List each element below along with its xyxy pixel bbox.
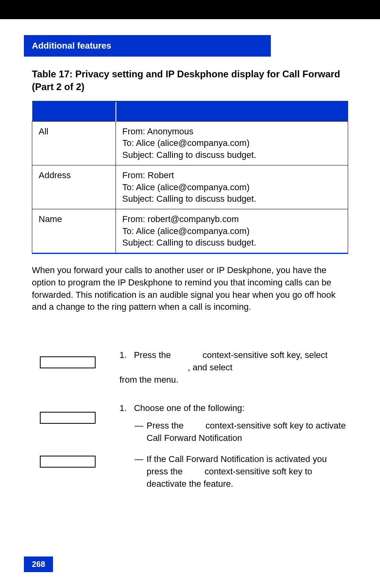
step-number: 1. xyxy=(119,402,131,415)
row-label: Name xyxy=(32,209,116,253)
step-row-2: 1. Choose one of the following: — Press … xyxy=(32,402,348,499)
dash-bullet: — xyxy=(135,453,147,490)
text-gap xyxy=(185,466,202,476)
body-paragraph: When you forward your calls to another u… xyxy=(32,264,348,313)
step-1-text: 1. Press the context-sensitive soft key,… xyxy=(119,349,348,386)
text-gap xyxy=(186,421,203,431)
cell-line: Subject: Calling to discuss budget. xyxy=(122,149,341,161)
table-row: Name From: robert@companyb.com To: Alice… xyxy=(32,209,348,253)
step-number: 1. xyxy=(119,349,131,362)
table-row: All From: Anonymous To: Alice (alice@com… xyxy=(32,121,348,165)
softkey-button[interactable] xyxy=(40,356,96,368)
dash-bullet: — xyxy=(135,420,147,444)
step-row-1: 1. Press the context-sensitive soft key,… xyxy=(32,349,348,386)
text-gap xyxy=(119,362,185,372)
table-header-blank-1 xyxy=(32,101,116,121)
sub-item: — Press the context-sensitive soft key t… xyxy=(119,420,348,444)
softkey-button[interactable] xyxy=(40,456,96,468)
page-number: 268 xyxy=(24,557,53,572)
top-bar xyxy=(0,0,380,19)
row-content: From: Robert To: Alice (alice@companya.c… xyxy=(116,165,348,209)
row-content: From: Anonymous To: Alice (alice@company… xyxy=(116,121,348,165)
row-label: All xyxy=(32,121,116,165)
text-segment: from the menu. xyxy=(119,375,178,385)
softkey-button[interactable] xyxy=(40,412,96,424)
step-2-lead: Choose one of the following: xyxy=(134,403,245,413)
row-label: Address xyxy=(32,165,116,209)
text-segment: Press the xyxy=(147,421,186,431)
privacy-table: All From: Anonymous To: Alice (alice@com… xyxy=(32,101,348,254)
cell-line: Subject: Calling to discuss budget. xyxy=(122,237,341,249)
cell-line: To: Alice (alice@companya.com) xyxy=(122,181,341,193)
table-row: Address From: Robert To: Alice (alice@co… xyxy=(32,165,348,209)
table-title: Table 17: Privacy setting and IP Deskpho… xyxy=(32,68,348,94)
sub-item: — If the Call Forward Notification is ac… xyxy=(119,453,348,490)
cell-line: To: Alice (alice@companya.com) xyxy=(122,225,341,237)
cell-line: Subject: Calling to discuss budget. xyxy=(122,193,341,205)
text-segment: , and select xyxy=(188,362,235,372)
text-gap xyxy=(235,362,347,372)
text-gap xyxy=(173,350,200,360)
cell-line: From: Anonymous xyxy=(122,126,341,138)
cell-line: From: Robert xyxy=(122,169,341,181)
text-segment: context-sensitive soft key, select xyxy=(203,350,328,360)
section-header: Additional features xyxy=(24,35,271,57)
cell-line: From: robert@companyb.com xyxy=(122,213,341,225)
row-content: From: robert@companyb.com To: Alice (ali… xyxy=(116,209,348,253)
cell-line: To: Alice (alice@companya.com) xyxy=(122,137,341,149)
table-header-blank-2 xyxy=(116,101,348,121)
text-segment: Press the xyxy=(134,350,173,360)
